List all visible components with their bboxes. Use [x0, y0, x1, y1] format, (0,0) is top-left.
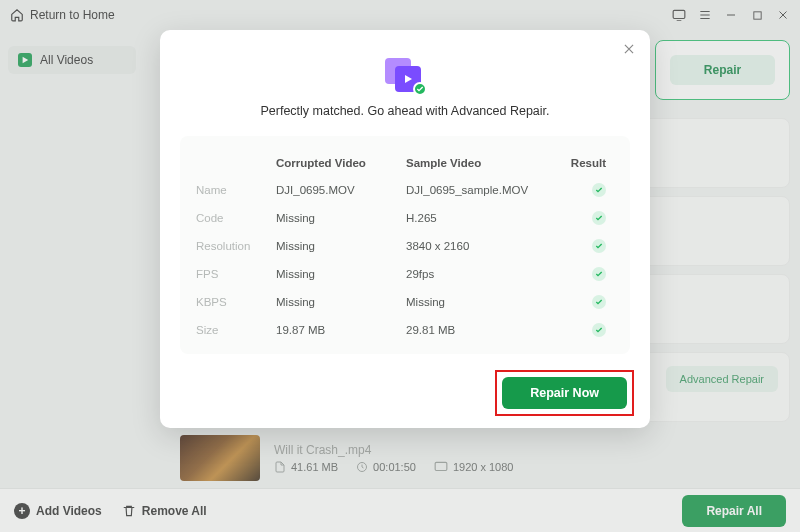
- table-row: Code Missing H.265: [196, 204, 614, 232]
- repair-now-highlight: Repair Now: [495, 370, 634, 416]
- close-icon[interactable]: [622, 42, 636, 56]
- check-icon: [592, 183, 606, 197]
- check-icon: [592, 323, 606, 337]
- table-row: Size 19.87 MB 29.81 MB: [196, 316, 614, 344]
- col-sample: Sample Video: [406, 157, 556, 169]
- check-icon: [592, 211, 606, 225]
- advanced-repair-modal: Perfectly matched. Go ahead with Advance…: [160, 30, 650, 428]
- table-row: FPS Missing 29fps: [196, 260, 614, 288]
- col-result: Result: [556, 157, 606, 169]
- table-row: Resolution Missing 3840 x 2160: [196, 232, 614, 260]
- table-row: KBPS Missing Missing: [196, 288, 614, 316]
- modal-headline: Perfectly matched. Go ahead with Advance…: [260, 104, 549, 118]
- modal-logo-icon: [385, 58, 425, 94]
- comparison-table: Corrupted Video Sample Video Result Name…: [180, 136, 630, 354]
- check-icon: [592, 239, 606, 253]
- repair-now-button[interactable]: Repair Now: [502, 377, 627, 409]
- table-row: Name DJI_0695.MOV DJI_0695_sample.MOV: [196, 176, 614, 204]
- check-icon: [592, 267, 606, 281]
- col-corrupted: Corrupted Video: [276, 157, 406, 169]
- check-icon: [592, 295, 606, 309]
